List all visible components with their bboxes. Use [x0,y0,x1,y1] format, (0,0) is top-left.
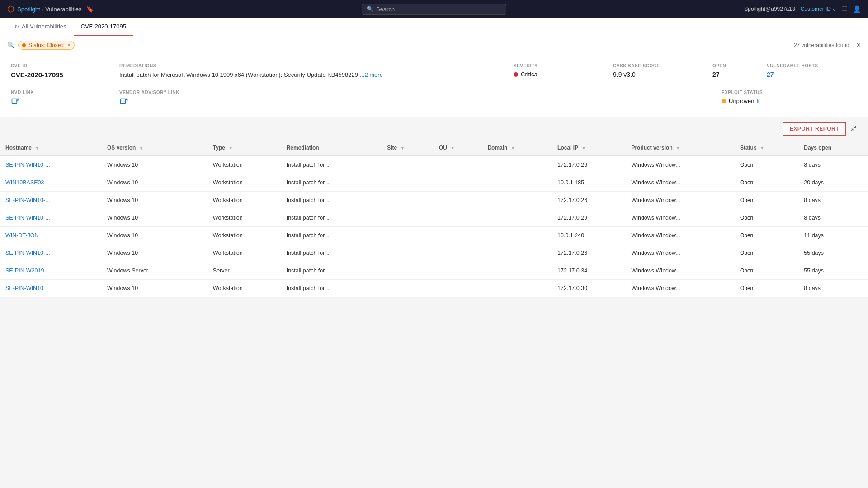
notifications-icon[interactable]: ☰ [842,5,848,13]
exploit-info-icon[interactable]: ℹ [757,98,759,104]
cell-domain [482,227,552,244]
customer-id-label: Customer ID [801,6,831,12]
hostname-link[interactable]: SE-PIN-WIN10-... [5,250,50,256]
cell-product-version: Windows Window... [626,244,735,262]
cell-domain [482,174,552,192]
table-row: WIN10BASE03 Windows 10 Workstation Insta… [0,174,868,192]
nvd-link-icon[interactable] [11,98,20,107]
col-ou[interactable]: OU ▼ [434,140,482,156]
cell-os-version: Windows 10 [102,280,208,297]
hostname-link[interactable]: WIN-DT-JON [5,232,39,239]
col-site[interactable]: Site ▼ [382,140,434,156]
cell-hostname[interactable]: SE-PIN-WIN10-... [0,209,102,227]
cve-vulnerable-label: VULNERABLE HOSTS [767,63,857,68]
cell-local-ip: 172.17.0.34 [552,262,626,280]
status-badge: Open [740,179,753,186]
nav-right: Spotlight@a9927a13 Customer ID ⌄ ☰ 👤 [744,5,861,13]
col-product-version[interactable]: Product version ▼ [626,140,735,156]
exploit-text: Unproven [729,98,754,104]
customer-id-dropdown[interactable]: Customer ID ⌄ [801,6,836,12]
user-profile-icon[interactable]: 👤 [853,5,861,13]
cell-product-version: Windows Window... [626,209,735,227]
cell-hostname[interactable]: WIN10BASE03 [0,174,102,192]
cell-type: Workstation [208,227,281,244]
cell-remediation: Install patch for ... [281,192,382,209]
customer-id-arrow: ⌄ [832,6,836,12]
cell-remediation: Install patch for ... [281,280,382,297]
cell-status: Open [735,192,798,209]
svg-line-2 [854,126,856,128]
cell-hostname[interactable]: SE-PIN-WIN10-... [0,156,102,174]
cell-os-version: Windows 10 [102,244,208,262]
sort-icon-type: ▼ [228,145,233,150]
hostname-link[interactable]: SE-PIN-WIN10-... [5,162,50,168]
table-row: SE-PIN-WIN10-... Windows 10 Workstation … [0,209,868,227]
bookmark-icon[interactable]: 🔖 [86,6,94,13]
col-status[interactable]: Status ▼ [735,140,798,156]
cell-product-version: Windows Window... [626,262,735,280]
app-logo: ⬡ Spotlight › Vulnerabilities 🔖 [7,4,94,14]
tab-all-vulnerabilities[interactable]: ↻ All Vulnerabilities [7,18,74,36]
table-row: SE-PIN-WIN10-... Windows 10 Workstation … [0,156,868,174]
col-hostname[interactable]: Hostname ▼ [0,140,102,156]
table-row: SE-PIN-W2019-... Windows Server ... Serv… [0,262,868,280]
filter-close-icon[interactable]: × [67,42,71,48]
export-report-button[interactable]: EXPORT REPORT [783,122,846,136]
sort-icon-local-ip: ▼ [581,145,586,150]
cve-vulnerable-field: VULNERABLE HOSTS 27 [767,63,857,79]
vendor-link-icon[interactable] [119,98,128,107]
vulnerability-count: 27 vulnerabilities found [794,42,849,48]
app-name-breadcrumb: Spotlight › Vulnerabilities [17,6,82,13]
cell-hostname[interactable]: WIN-DT-JON [0,227,102,244]
breadcrumb-spotlight[interactable]: Spotlight [17,6,40,13]
cell-ou [434,156,482,174]
col-domain[interactable]: Domain ▼ [482,140,552,156]
hostname-link[interactable]: SE-PIN-WIN10-... [5,215,50,221]
collapse-icon[interactable] [850,125,857,133]
status-badge: Open [740,250,753,256]
search-box[interactable]: 🔍 Search [362,4,506,15]
cell-domain [482,244,552,262]
cell-days-open: 8 days [798,156,868,174]
cell-product-version: Windows Window... [626,156,735,174]
cell-hostname[interactable]: SE-PIN-WIN10-... [0,192,102,209]
table-row: SE-PIN-WIN10-... Windows 10 Workstation … [0,244,868,262]
cell-domain [482,192,552,209]
cell-remediation: Install patch for ... [281,244,382,262]
cell-product-version: Windows Window... [626,280,735,297]
hostname-link[interactable]: SE-PIN-WIN10-... [5,197,50,203]
col-local-ip[interactable]: Local IP ▼ [552,140,626,156]
cve-cvss-field: CVSS BASE SCORE 9.9 v3.0 [613,63,703,79]
cell-status: Open [735,156,798,174]
tab-cve[interactable]: CVE-2020-17095 [74,18,133,36]
cell-ou [434,280,482,297]
cell-os-version: Windows 10 [102,174,208,192]
col-os-version[interactable]: OS version ▼ [102,140,208,156]
status-badge: Open [740,197,753,203]
hostname-link[interactable]: SE-PIN-W2019-... [5,267,51,274]
cve-cvss-label: CVSS BASE SCORE [613,63,703,68]
search-placeholder: Search [376,6,395,13]
cell-hostname[interactable]: SE-PIN-W2019-... [0,262,102,280]
breadcrumb-vulnerabilities[interactable]: Vulnerabilities [45,6,81,13]
cve-vulnerable-value[interactable]: 27 [767,71,857,78]
table-body: SE-PIN-WIN10-... Windows 10 Workstation … [0,156,868,297]
more-remediations-link[interactable]: ...2 more [360,71,383,78]
cell-type: Workstation [208,156,281,174]
col-type[interactable]: Type ▼ [208,140,281,156]
hostname-link[interactable]: WIN10BASE03 [5,179,44,186]
sort-icon-domain: ▼ [511,145,515,150]
cell-product-version: Windows Window... [626,227,735,244]
hostname-link[interactable]: SE-PIN-WIN10 [5,285,43,291]
sort-icon-ou: ▼ [450,145,455,150]
cell-ou [434,209,482,227]
status-filter-tag[interactable]: Status: Closed × [18,41,75,50]
cell-status: Open [735,280,798,297]
cell-hostname[interactable]: SE-PIN-WIN10 [0,280,102,297]
cell-hostname[interactable]: SE-PIN-WIN10-... [0,244,102,262]
clear-filter-icon[interactable]: × [857,41,861,49]
cve-open-label: OPEN [712,63,758,68]
cell-os-version: Windows 10 [102,192,208,209]
cell-remediation: Install patch for ... [281,156,382,174]
global-search[interactable]: 🔍 Search [362,4,506,15]
